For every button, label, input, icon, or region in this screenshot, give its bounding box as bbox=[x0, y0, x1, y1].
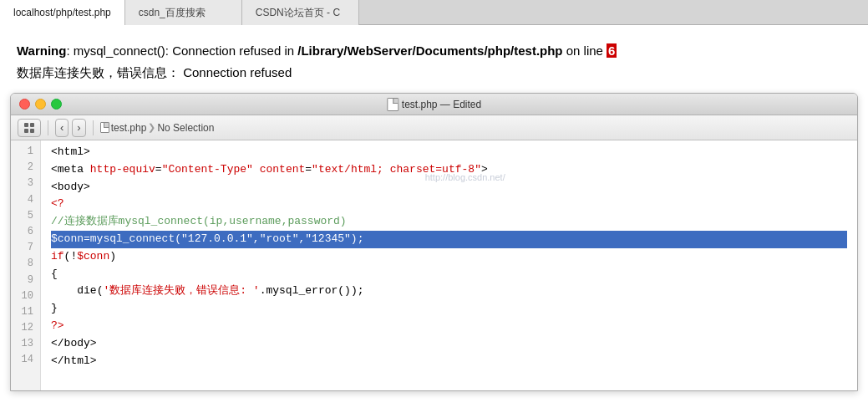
breadcrumb-file-icon bbox=[100, 122, 109, 133]
code-line-6: $conn=mysql_connect("127.0.0.1","root","… bbox=[51, 231, 847, 248]
line-numbers: 1 2 3 4 5 6 7 8 9 10 11 12 13 14 bbox=[11, 140, 41, 390]
line-num-10: 10 bbox=[14, 288, 33, 304]
traffic-lights bbox=[19, 99, 62, 110]
forward-button[interactable]: › bbox=[72, 119, 85, 137]
line-num-14: 14 bbox=[14, 352, 33, 368]
warning-on-line: on line bbox=[563, 43, 607, 58]
line-num-2: 2 bbox=[14, 160, 33, 176]
line-num-3: 3 bbox=[14, 176, 33, 191]
warning-label: Warning bbox=[17, 43, 66, 58]
code-line-3: <body> bbox=[51, 179, 847, 196]
line-num-12: 12 bbox=[14, 320, 33, 336]
code-line-14 bbox=[51, 370, 847, 387]
code-line-1: <html> bbox=[51, 144, 847, 161]
file-icon bbox=[387, 98, 398, 111]
line-num-6: 6 bbox=[14, 224, 33, 240]
grid-icon bbox=[24, 123, 34, 133]
breadcrumb: test.php ❯ No Selection bbox=[100, 122, 215, 134]
breadcrumb-location: No Selection bbox=[157, 122, 214, 134]
line-num-5: 5 bbox=[14, 208, 33, 224]
breadcrumb-chevron: ❯ bbox=[148, 122, 155, 133]
code-line-12: </body> bbox=[51, 335, 847, 353]
code-line-9: die('数据库连接失败，错误信息: '.mysql_error()); bbox=[51, 283, 847, 300]
line-num-11: 11 bbox=[14, 304, 33, 320]
toolbar: ‹ › test.php ❯ No Selection bbox=[11, 115, 857, 140]
line-num-4: 4 bbox=[14, 192, 33, 208]
tab-localhost[interactable]: localhost/php/test.php bbox=[0, 0, 125, 25]
breadcrumb-file: test.php bbox=[111, 122, 147, 134]
editor-window: test.php — Edited ‹ › test.php ❯ No Sele… bbox=[10, 93, 858, 391]
code-line-8: { bbox=[51, 266, 847, 283]
title-bar: test.php — Edited bbox=[11, 94, 857, 115]
warning-line1: Warning: mysql_connect(): Connection ref… bbox=[17, 40, 851, 62]
warning-area: Warning: mysql_connect(): Connection ref… bbox=[0, 25, 868, 89]
code-line-7: if(!$conn) bbox=[51, 248, 847, 266]
tab-csdn-forum[interactable]: CSDN论坛首页 - C bbox=[242, 0, 359, 25]
code-line-11: ?> bbox=[51, 318, 847, 335]
code-line-2: <meta http-equiv="Content-Type" content=… bbox=[51, 161, 847, 179]
code-line-4: <? bbox=[51, 196, 847, 213]
window-title: test.php — Edited bbox=[387, 98, 481, 111]
toolbar-sep-1 bbox=[48, 120, 48, 135]
grid-button[interactable] bbox=[18, 119, 41, 137]
toolbar-sep-2 bbox=[93, 120, 94, 135]
warning-path: /Library/WebServer/Documents/php/test.ph… bbox=[297, 43, 562, 58]
back-button[interactable]: ‹ bbox=[55, 119, 69, 137]
minimize-button[interactable] bbox=[35, 99, 46, 110]
line-num-8: 8 bbox=[14, 256, 33, 272]
code-line-13: </html> bbox=[51, 353, 847, 370]
code-area: 1 2 3 4 5 6 7 8 9 10 11 12 13 14 http://… bbox=[11, 140, 857, 390]
code-line-10: } bbox=[51, 300, 847, 318]
maximize-button[interactable] bbox=[51, 99, 62, 110]
warning-linenum: 6 bbox=[607, 43, 617, 58]
editor-title: test.php — Edited bbox=[402, 99, 481, 110]
line-num-7: 7 bbox=[14, 240, 33, 256]
tab-csdn-search[interactable]: csdn_百度搜索 bbox=[125, 0, 242, 25]
warning-message: : mysql_connect(): Connection refused in bbox=[66, 43, 297, 58]
tab-spacer bbox=[359, 0, 868, 24]
warning-line2: 数据库连接失败，错误信息： Connection refused bbox=[17, 62, 851, 84]
line-num-1: 1 bbox=[14, 144, 33, 160]
line-num-9: 9 bbox=[14, 273, 33, 288]
line-num-13: 13 bbox=[14, 336, 33, 352]
close-button[interactable] bbox=[19, 99, 30, 110]
code-content[interactable]: http://blog.csdn.net/ <html> <meta http-… bbox=[41, 140, 857, 390]
tab-bar: localhost/php/test.php csdn_百度搜索 CSDN论坛首… bbox=[0, 0, 868, 25]
code-line-5: //连接数据库mysql_connect(ip,username,passwor… bbox=[51, 213, 847, 231]
